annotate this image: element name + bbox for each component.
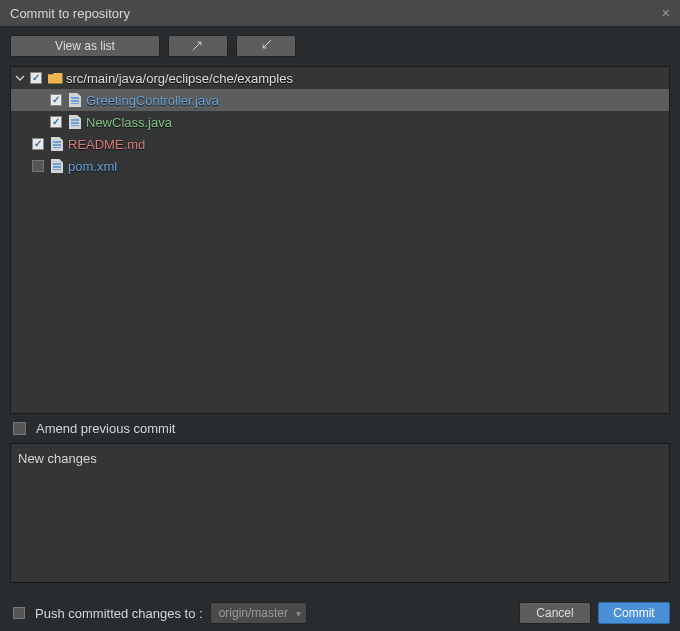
file-checkbox[interactable] [32,138,44,150]
cancel-button[interactable]: Cancel [519,602,591,624]
file-icon [49,136,65,152]
file-checkbox[interactable] [50,94,62,106]
file-icon [67,114,83,130]
commit-label: Commit [613,606,654,620]
dialog-titlebar: Commit to repository × [0,0,680,26]
amend-checkbox[interactable] [13,422,26,435]
tree-file-row[interactable]: README.md [11,133,669,155]
dialog-title: Commit to repository [10,6,130,21]
push-checkbox[interactable] [13,607,25,619]
view-as-list-label: View as list [55,39,115,53]
file-checkbox[interactable] [32,160,44,172]
remote-selected: origin/master [219,606,288,620]
tree-file-row[interactable]: NewClass.java [11,111,669,133]
chevron-down-icon[interactable] [13,73,27,83]
tree-file-row[interactable]: pom.xml [11,155,669,177]
commit-message-container [10,443,670,583]
amend-row: Amend previous commit [0,414,680,443]
file-name: README.md [68,137,145,152]
expand-all-button[interactable] [168,35,228,57]
file-name: GreetingController.java [86,93,219,108]
folder-path: src/main/java/org/eclipse/che/examples [66,71,293,86]
file-icon [67,92,83,108]
tree-folder-row[interactable]: src/main/java/org/eclipse/che/examples [11,67,669,89]
toolbar: View as list [0,26,680,66]
file-icon [49,158,65,174]
file-tree: src/main/java/org/eclipse/che/examples G… [10,66,670,414]
amend-label: Amend previous commit [36,421,175,436]
file-name: pom.xml [68,159,117,174]
file-name: NewClass.java [86,115,172,130]
collapse-all-button[interactable] [236,35,296,57]
file-checkbox[interactable] [50,116,62,128]
cancel-label: Cancel [536,606,573,620]
tree-file-row[interactable]: GreetingController.java [11,89,669,111]
view-as-list-button[interactable]: View as list [10,35,160,57]
folder-checkbox[interactable] [30,72,42,84]
commit-button[interactable]: Commit [598,602,670,624]
footer: Push committed changes to : origin/maste… [10,602,670,624]
close-icon[interactable]: × [662,5,670,21]
commit-message-input[interactable] [11,444,669,582]
collapse-icon [259,38,273,55]
remote-select[interactable]: origin/master [210,602,307,624]
folder-icon [47,70,63,86]
push-label: Push committed changes to : [35,606,203,621]
expand-icon [191,38,205,55]
